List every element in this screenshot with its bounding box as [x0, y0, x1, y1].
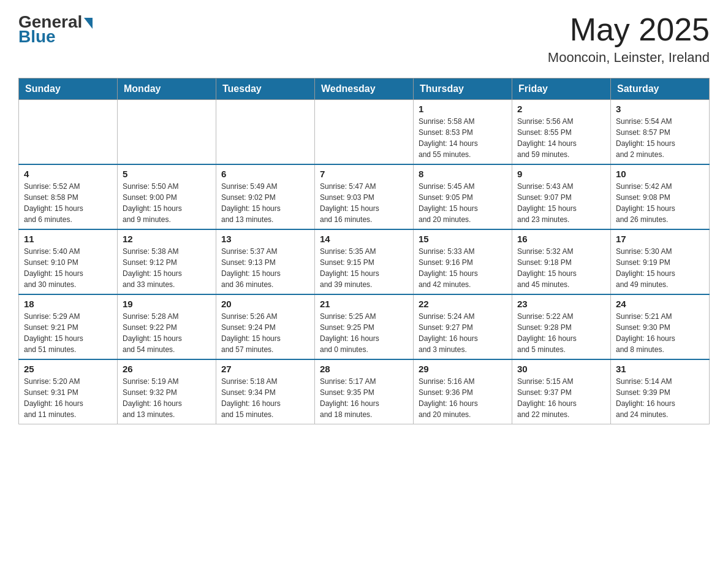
table-row: 4Sunrise: 5:52 AM Sunset: 8:58 PM Daylig… — [19, 164, 118, 229]
day-number: 23 — [517, 299, 605, 309]
header-monday: Monday — [118, 79, 216, 100]
header-sunday: Sunday — [19, 79, 118, 100]
calendar-week-row-3: 11Sunrise: 5:40 AM Sunset: 9:10 PM Dayli… — [19, 229, 710, 294]
day-info: Sunrise: 5:25 AM Sunset: 9:25 PM Dayligh… — [320, 311, 408, 355]
day-number: 24 — [616, 299, 704, 309]
calendar-table: Sunday Monday Tuesday Wednesday Thursday… — [18, 78, 710, 424]
day-number: 18 — [24, 299, 112, 309]
logo-blue-text: Blue — [18, 27, 56, 47]
title-section: May 2025 Mooncoin, Leinster, Ireland — [548, 12, 710, 66]
table-row: 18Sunrise: 5:29 AM Sunset: 9:21 PM Dayli… — [19, 294, 118, 359]
header-wednesday: Wednesday — [315, 79, 414, 100]
table-row: 28Sunrise: 5:17 AM Sunset: 9:35 PM Dayli… — [315, 359, 414, 424]
day-number: 30 — [517, 364, 605, 374]
table-row: 30Sunrise: 5:15 AM Sunset: 9:37 PM Dayli… — [512, 359, 611, 424]
day-number: 11 — [24, 234, 112, 244]
day-number: 8 — [419, 169, 507, 179]
day-number: 17 — [616, 234, 704, 244]
day-info: Sunrise: 5:45 AM Sunset: 9:05 PM Dayligh… — [419, 181, 507, 225]
day-number: 16 — [517, 234, 605, 244]
day-info: Sunrise: 5:52 AM Sunset: 8:58 PM Dayligh… — [24, 181, 112, 225]
calendar-week-row-5: 25Sunrise: 5:20 AM Sunset: 9:31 PM Dayli… — [19, 359, 710, 424]
day-info: Sunrise: 5:40 AM Sunset: 9:10 PM Dayligh… — [24, 246, 112, 290]
day-number: 26 — [123, 364, 211, 374]
day-info: Sunrise: 5:30 AM Sunset: 9:19 PM Dayligh… — [616, 246, 704, 290]
day-info: Sunrise: 5:32 AM Sunset: 9:18 PM Dayligh… — [517, 246, 605, 290]
table-row — [118, 100, 216, 165]
day-info: Sunrise: 5:49 AM Sunset: 9:02 PM Dayligh… — [221, 181, 309, 225]
day-number: 4 — [24, 169, 112, 179]
header-tuesday: Tuesday — [216, 79, 315, 100]
day-info: Sunrise: 5:16 AM Sunset: 9:36 PM Dayligh… — [419, 376, 507, 420]
day-info: Sunrise: 5:47 AM Sunset: 9:03 PM Dayligh… — [320, 181, 408, 225]
table-row: 21Sunrise: 5:25 AM Sunset: 9:25 PM Dayli… — [315, 294, 414, 359]
day-info: Sunrise: 5:20 AM Sunset: 9:31 PM Dayligh… — [24, 376, 112, 420]
header-thursday: Thursday — [414, 79, 512, 100]
table-row: 17Sunrise: 5:30 AM Sunset: 9:19 PM Dayli… — [611, 229, 710, 294]
day-info: Sunrise: 5:28 AM Sunset: 9:22 PM Dayligh… — [123, 311, 211, 355]
calendar-header-row: Sunday Monday Tuesday Wednesday Thursday… — [19, 79, 710, 100]
day-number: 2 — [517, 104, 605, 114]
calendar-week-row-2: 4Sunrise: 5:52 AM Sunset: 8:58 PM Daylig… — [19, 164, 710, 229]
table-row: 15Sunrise: 5:33 AM Sunset: 9:16 PM Dayli… — [414, 229, 512, 294]
table-row — [315, 100, 414, 165]
day-info: Sunrise: 5:26 AM Sunset: 9:24 PM Dayligh… — [221, 311, 309, 355]
day-info: Sunrise: 5:22 AM Sunset: 9:28 PM Dayligh… — [517, 311, 605, 355]
day-number: 15 — [419, 234, 507, 244]
table-row: 3Sunrise: 5:54 AM Sunset: 8:57 PM Daylig… — [611, 100, 710, 165]
table-row — [216, 100, 315, 165]
table-row: 8Sunrise: 5:45 AM Sunset: 9:05 PM Daylig… — [414, 164, 512, 229]
day-number: 27 — [221, 364, 309, 374]
table-row: 7Sunrise: 5:47 AM Sunset: 9:03 PM Daylig… — [315, 164, 414, 229]
day-info: Sunrise: 5:50 AM Sunset: 9:00 PM Dayligh… — [123, 181, 211, 225]
day-number: 31 — [616, 364, 704, 374]
table-row: 11Sunrise: 5:40 AM Sunset: 9:10 PM Dayli… — [19, 229, 118, 294]
day-number: 21 — [320, 299, 408, 309]
day-number: 22 — [419, 299, 507, 309]
day-info: Sunrise: 5:38 AM Sunset: 9:12 PM Dayligh… — [123, 246, 211, 290]
table-row: 22Sunrise: 5:24 AM Sunset: 9:27 PM Dayli… — [414, 294, 512, 359]
logo-triangle-icon — [84, 18, 93, 29]
table-row: 13Sunrise: 5:37 AM Sunset: 9:13 PM Dayli… — [216, 229, 315, 294]
table-row: 9Sunrise: 5:43 AM Sunset: 9:07 PM Daylig… — [512, 164, 611, 229]
day-info: Sunrise: 5:33 AM Sunset: 9:16 PM Dayligh… — [419, 246, 507, 290]
table-row: 25Sunrise: 5:20 AM Sunset: 9:31 PM Dayli… — [19, 359, 118, 424]
table-row: 29Sunrise: 5:16 AM Sunset: 9:36 PM Dayli… — [414, 359, 512, 424]
calendar-week-row-4: 18Sunrise: 5:29 AM Sunset: 9:21 PM Dayli… — [19, 294, 710, 359]
day-number: 10 — [616, 169, 704, 179]
day-info: Sunrise: 5:42 AM Sunset: 9:08 PM Dayligh… — [616, 181, 704, 225]
table-row: 24Sunrise: 5:21 AM Sunset: 9:30 PM Dayli… — [611, 294, 710, 359]
location-subtitle: Mooncoin, Leinster, Ireland — [548, 50, 710, 66]
day-number: 13 — [221, 234, 309, 244]
day-info: Sunrise: 5:24 AM Sunset: 9:27 PM Dayligh… — [419, 311, 507, 355]
calendar-week-row-1: 1Sunrise: 5:58 AM Sunset: 8:53 PM Daylig… — [19, 100, 710, 165]
table-row: 14Sunrise: 5:35 AM Sunset: 9:15 PM Dayli… — [315, 229, 414, 294]
day-number: 28 — [320, 364, 408, 374]
day-info: Sunrise: 5:37 AM Sunset: 9:13 PM Dayligh… — [221, 246, 309, 290]
day-number: 5 — [123, 169, 211, 179]
day-number: 1 — [419, 104, 507, 114]
day-info: Sunrise: 5:19 AM Sunset: 9:32 PM Dayligh… — [123, 376, 211, 420]
table-row: 1Sunrise: 5:58 AM Sunset: 8:53 PM Daylig… — [414, 100, 512, 165]
table-row: 2Sunrise: 5:56 AM Sunset: 8:55 PM Daylig… — [512, 100, 611, 165]
table-row: 10Sunrise: 5:42 AM Sunset: 9:08 PM Dayli… — [611, 164, 710, 229]
day-number: 20 — [221, 299, 309, 309]
table-row: 20Sunrise: 5:26 AM Sunset: 9:24 PM Dayli… — [216, 294, 315, 359]
day-info: Sunrise: 5:21 AM Sunset: 9:30 PM Dayligh… — [616, 311, 704, 355]
day-info: Sunrise: 5:43 AM Sunset: 9:07 PM Dayligh… — [517, 181, 605, 225]
table-row: 23Sunrise: 5:22 AM Sunset: 9:28 PM Dayli… — [512, 294, 611, 359]
table-row: 26Sunrise: 5:19 AM Sunset: 9:32 PM Dayli… — [118, 359, 216, 424]
table-row: 6Sunrise: 5:49 AM Sunset: 9:02 PM Daylig… — [216, 164, 315, 229]
table-row: 12Sunrise: 5:38 AM Sunset: 9:12 PM Dayli… — [118, 229, 216, 294]
table-row — [19, 100, 118, 165]
day-number: 6 — [221, 169, 309, 179]
day-info: Sunrise: 5:17 AM Sunset: 9:35 PM Dayligh… — [320, 376, 408, 420]
logo: General Blue — [18, 12, 93, 47]
day-number: 3 — [616, 104, 704, 114]
day-info: Sunrise: 5:58 AM Sunset: 8:53 PM Dayligh… — [419, 116, 507, 160]
day-info: Sunrise: 5:14 AM Sunset: 9:39 PM Dayligh… — [616, 376, 704, 420]
day-info: Sunrise: 5:35 AM Sunset: 9:15 PM Dayligh… — [320, 246, 408, 290]
day-number: 9 — [517, 169, 605, 179]
day-number: 14 — [320, 234, 408, 244]
day-number: 12 — [123, 234, 211, 244]
